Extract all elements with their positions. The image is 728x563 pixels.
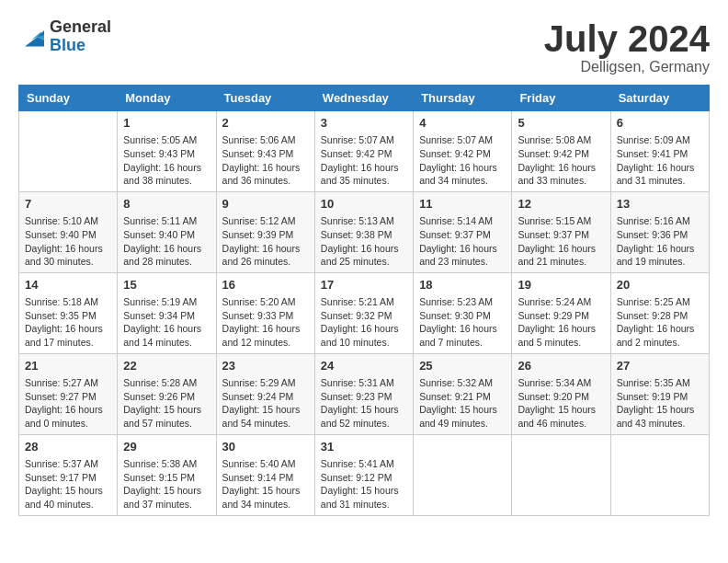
- calendar-week: 1Sunrise: 5:05 AM Sunset: 9:43 PM Daylig…: [19, 111, 710, 192]
- header-day: Tuesday: [216, 86, 314, 111]
- day-number: 22: [123, 358, 210, 374]
- day-info: Sunrise: 5:21 AM Sunset: 9:32 PM Dayligh…: [321, 295, 407, 350]
- calendar-day: 15Sunrise: 5:19 AM Sunset: 9:34 PM Dayli…: [118, 272, 216, 353]
- logo-icon: [18, 24, 44, 50]
- header-day: Thursday: [414, 86, 512, 111]
- day-number: 9: [222, 196, 309, 213]
- month-title: July 2024: [544, 18, 710, 59]
- calendar-body: 1Sunrise: 5:05 AM Sunset: 9:43 PM Daylig…: [19, 111, 710, 516]
- day-number: 26: [518, 358, 604, 374]
- calendar-day: 29Sunrise: 5:38 AM Sunset: 9:15 PM Dayli…: [118, 434, 216, 515]
- logo-general: General: [50, 18, 111, 37]
- header-day: Saturday: [610, 86, 709, 111]
- day-number: 10: [321, 196, 407, 213]
- day-number: 4: [419, 115, 506, 132]
- calendar-day: 26Sunrise: 5:34 AM Sunset: 9:20 PM Dayli…: [512, 353, 610, 434]
- calendar-day: 8Sunrise: 5:11 AM Sunset: 9:40 PM Daylig…: [118, 191, 216, 272]
- calendar-day: 11Sunrise: 5:14 AM Sunset: 9:37 PM Dayli…: [414, 191, 512, 272]
- day-info: Sunrise: 5:14 AM Sunset: 9:37 PM Dayligh…: [419, 214, 506, 269]
- calendar-day: 12Sunrise: 5:15 AM Sunset: 9:37 PM Dayli…: [512, 191, 610, 272]
- day-info: Sunrise: 5:07 AM Sunset: 9:42 PM Dayligh…: [321, 133, 407, 188]
- calendar-day: 5Sunrise: 5:08 AM Sunset: 9:42 PM Daylig…: [512, 111, 610, 192]
- location: Delligsen, Germany: [544, 59, 710, 75]
- day-number: 15: [123, 277, 210, 293]
- logo-blue: Blue: [50, 37, 111, 55]
- calendar-day: 21Sunrise: 5:27 AM Sunset: 9:27 PM Dayli…: [19, 353, 118, 434]
- day-number: 24: [321, 358, 407, 374]
- calendar-day: 10Sunrise: 5:13 AM Sunset: 9:38 PM Dayli…: [314, 191, 413, 272]
- day-info: Sunrise: 5:38 AM Sunset: 9:15 PM Dayligh…: [123, 457, 210, 511]
- day-number: 13: [617, 196, 703, 213]
- header-row: SundayMondayTuesdayWednesdayThursdayFrid…: [19, 86, 710, 111]
- day-number: 17: [321, 277, 407, 293]
- day-number: 12: [518, 196, 604, 213]
- day-info: Sunrise: 5:11 AM Sunset: 9:40 PM Dayligh…: [123, 214, 210, 269]
- day-number: 25: [419, 358, 506, 374]
- day-number: 11: [419, 196, 506, 213]
- day-number: 23: [222, 358, 309, 374]
- day-number: 3: [321, 115, 407, 132]
- calendar-day: 24Sunrise: 5:31 AM Sunset: 9:23 PM Dayli…: [314, 353, 413, 434]
- day-number: 6: [617, 115, 703, 132]
- day-info: Sunrise: 5:05 AM Sunset: 9:43 PM Dayligh…: [123, 133, 210, 188]
- calendar-table: SundayMondayTuesdayWednesdayThursdayFrid…: [18, 85, 710, 516]
- day-number: 18: [419, 277, 506, 293]
- day-number: 16: [222, 277, 309, 293]
- day-number: 19: [518, 277, 604, 293]
- logo: General Blue: [18, 18, 111, 55]
- header-day: Sunday: [19, 86, 118, 111]
- day-info: Sunrise: 5:12 AM Sunset: 9:39 PM Dayligh…: [222, 214, 309, 269]
- calendar-week: 21Sunrise: 5:27 AM Sunset: 9:27 PM Dayli…: [19, 353, 710, 434]
- header-day: Wednesday: [314, 86, 413, 111]
- day-info: Sunrise: 5:25 AM Sunset: 9:28 PM Dayligh…: [617, 295, 703, 350]
- day-number: 2: [222, 115, 309, 132]
- calendar-day: 30Sunrise: 5:40 AM Sunset: 9:14 PM Dayli…: [216, 434, 314, 515]
- calendar-day: 20Sunrise: 5:25 AM Sunset: 9:28 PM Dayli…: [610, 272, 709, 353]
- day-info: Sunrise: 5:31 AM Sunset: 9:23 PM Dayligh…: [321, 376, 407, 431]
- day-info: Sunrise: 5:08 AM Sunset: 9:42 PM Dayligh…: [518, 133, 604, 188]
- day-number: 29: [123, 439, 210, 455]
- calendar-day: 1Sunrise: 5:05 AM Sunset: 9:43 PM Daylig…: [118, 111, 216, 192]
- calendar-day: 2Sunrise: 5:06 AM Sunset: 9:43 PM Daylig…: [216, 111, 314, 192]
- page-header: General Blue July 2024 Delligsen, German…: [18, 18, 710, 75]
- day-info: Sunrise: 5:13 AM Sunset: 9:38 PM Dayligh…: [321, 214, 407, 269]
- day-info: Sunrise: 5:37 AM Sunset: 9:17 PM Dayligh…: [25, 457, 111, 511]
- calendar-day: 9Sunrise: 5:12 AM Sunset: 9:39 PM Daylig…: [216, 191, 314, 272]
- day-info: Sunrise: 5:06 AM Sunset: 9:43 PM Dayligh…: [222, 133, 309, 188]
- calendar-day: 28Sunrise: 5:37 AM Sunset: 9:17 PM Dayli…: [19, 434, 118, 515]
- day-number: 1: [123, 115, 210, 132]
- calendar-day: [512, 434, 610, 515]
- day-info: Sunrise: 5:07 AM Sunset: 9:42 PM Dayligh…: [419, 133, 506, 188]
- day-info: Sunrise: 5:15 AM Sunset: 9:37 PM Dayligh…: [518, 214, 604, 269]
- header-day: Friday: [512, 86, 610, 111]
- calendar-week: 14Sunrise: 5:18 AM Sunset: 9:35 PM Dayli…: [19, 272, 710, 353]
- day-number: 27: [617, 358, 703, 374]
- day-number: 14: [25, 277, 111, 293]
- day-info: Sunrise: 5:10 AM Sunset: 9:40 PM Dayligh…: [25, 214, 111, 269]
- calendar-day: 3Sunrise: 5:07 AM Sunset: 9:42 PM Daylig…: [314, 111, 413, 192]
- day-info: Sunrise: 5:40 AM Sunset: 9:14 PM Dayligh…: [222, 457, 309, 511]
- day-info: Sunrise: 5:35 AM Sunset: 9:19 PM Dayligh…: [617, 376, 703, 431]
- day-info: Sunrise: 5:29 AM Sunset: 9:24 PM Dayligh…: [222, 376, 309, 431]
- day-info: Sunrise: 5:18 AM Sunset: 9:35 PM Dayligh…: [25, 295, 111, 350]
- calendar-day: 13Sunrise: 5:16 AM Sunset: 9:36 PM Dayli…: [610, 191, 709, 272]
- day-info: Sunrise: 5:20 AM Sunset: 9:33 PM Dayligh…: [222, 295, 309, 350]
- day-info: Sunrise: 5:27 AM Sunset: 9:27 PM Dayligh…: [25, 376, 111, 431]
- calendar-day: 16Sunrise: 5:20 AM Sunset: 9:33 PM Dayli…: [216, 272, 314, 353]
- day-info: Sunrise: 5:32 AM Sunset: 9:21 PM Dayligh…: [419, 376, 506, 431]
- calendar-day: 31Sunrise: 5:41 AM Sunset: 9:12 PM Dayli…: [314, 434, 413, 515]
- calendar-day: [610, 434, 709, 515]
- calendar-day: 22Sunrise: 5:28 AM Sunset: 9:26 PM Dayli…: [118, 353, 216, 434]
- day-info: Sunrise: 5:24 AM Sunset: 9:29 PM Dayligh…: [518, 295, 604, 350]
- day-info: Sunrise: 5:09 AM Sunset: 9:41 PM Dayligh…: [617, 133, 703, 188]
- day-number: 30: [222, 439, 309, 455]
- calendar-day: 14Sunrise: 5:18 AM Sunset: 9:35 PM Dayli…: [19, 272, 118, 353]
- calendar-day: 19Sunrise: 5:24 AM Sunset: 9:29 PM Dayli…: [512, 272, 610, 353]
- calendar-day: 17Sunrise: 5:21 AM Sunset: 9:32 PM Dayli…: [314, 272, 413, 353]
- calendar-day: 7Sunrise: 5:10 AM Sunset: 9:40 PM Daylig…: [19, 191, 118, 272]
- day-number: 8: [123, 196, 210, 213]
- calendar-week: 28Sunrise: 5:37 AM Sunset: 9:17 PM Dayli…: [19, 434, 710, 515]
- calendar-day: 27Sunrise: 5:35 AM Sunset: 9:19 PM Dayli…: [610, 353, 709, 434]
- day-info: Sunrise: 5:28 AM Sunset: 9:26 PM Dayligh…: [123, 376, 210, 431]
- day-number: 5: [518, 115, 604, 132]
